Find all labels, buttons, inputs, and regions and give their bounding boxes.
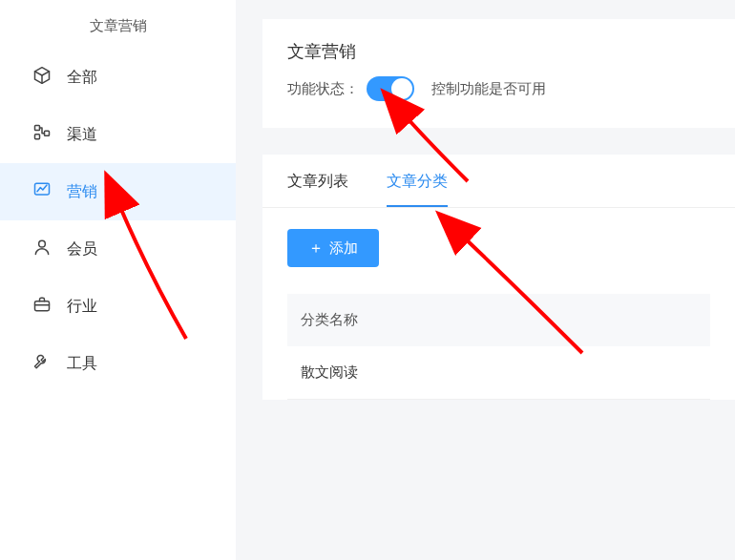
sidebar-item-label: 渠道 <box>67 125 97 145</box>
sidebar-item-marketing[interactable]: 营销 <box>0 163 236 220</box>
feature-panel: 文章营销 功能状态： 控制功能是否可用 <box>262 19 735 128</box>
briefcase-icon <box>32 295 52 318</box>
svg-rect-2 <box>35 135 40 139</box>
add-button[interactable]: ＋ 添加 <box>287 229 379 267</box>
tabs: 文章列表 文章分类 <box>262 155 735 208</box>
tab-article-category[interactable]: 文章分类 <box>387 172 448 207</box>
feature-toggle[interactable] <box>367 76 414 101</box>
sidebar-title: 文章营销 <box>0 8 236 49</box>
status-hint: 控制功能是否可用 <box>431 80 546 98</box>
tab-article-list[interactable]: 文章列表 <box>287 172 348 207</box>
add-button-label: 添加 <box>329 239 358 258</box>
sidebar-item-label: 营销 <box>67 182 97 202</box>
sidebar-item-industry[interactable]: 行业 <box>0 278 236 335</box>
sidebar-item-channel[interactable]: 渠道 <box>0 106 236 163</box>
category-table: 分类名称 散文阅读 <box>287 294 710 400</box>
sidebar-item-all[interactable]: 全部 <box>0 49 236 106</box>
cube-icon <box>32 66 52 89</box>
table-row[interactable]: 散文阅读 <box>287 346 710 400</box>
sidebar-item-label: 全部 <box>67 68 97 88</box>
nodes-icon <box>32 123 52 146</box>
sidebar-item-label: 工具 <box>67 354 97 374</box>
table-header-name: 分类名称 <box>287 294 710 346</box>
feature-status-row: 功能状态： 控制功能是否可用 <box>287 76 710 101</box>
sidebar: 文章营销 全部 渠道 营销 会员 <box>0 0 236 560</box>
main-area: 文章营销 功能状态： 控制功能是否可用 文章列表 文章分类 ＋ 添加 分类名称 … <box>236 0 735 560</box>
user-icon <box>32 238 52 260</box>
svg-rect-5 <box>35 301 50 311</box>
status-label: 功能状态： <box>287 80 359 98</box>
sidebar-item-label: 会员 <box>67 239 97 259</box>
svg-point-4 <box>39 240 46 247</box>
chart-icon <box>32 180 52 203</box>
sidebar-item-member[interactable]: 会员 <box>0 220 236 278</box>
wrench-icon <box>32 352 52 375</box>
feature-title: 文章营销 <box>287 40 710 63</box>
plus-icon: ＋ <box>308 240 324 256</box>
list-panel: 文章列表 文章分类 ＋ 添加 分类名称 散文阅读 <box>262 155 735 400</box>
sidebar-item-tools[interactable]: 工具 <box>0 335 236 392</box>
sidebar-item-label: 行业 <box>67 297 97 317</box>
